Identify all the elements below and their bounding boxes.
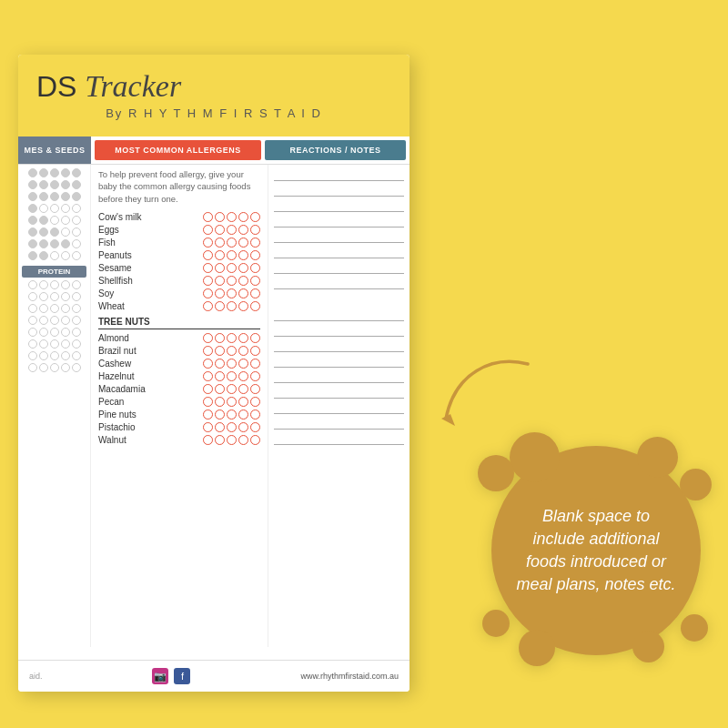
allergen-row: Hazelnut — [98, 371, 260, 381]
allergen-circle — [250, 301, 260, 311]
allergen-circles — [203, 422, 260, 432]
circle — [72, 328, 81, 337]
circle — [28, 228, 37, 237]
allergen-circles — [203, 410, 260, 420]
bump-decoration — [482, 610, 510, 637]
column-headers: MES & SEEDS MOST COMMON ALLERGENS REACTI… — [18, 136, 410, 165]
circle — [39, 339, 48, 349]
left-column: PROTEIN — [18, 165, 91, 647]
allergen-name: Pistachio — [98, 422, 157, 432]
circles-row — [22, 304, 86, 313]
allergen-circle — [215, 288, 225, 298]
circle — [50, 251, 59, 260]
circle — [50, 228, 59, 237]
circle — [61, 339, 70, 349]
allergen-circle — [203, 212, 213, 222]
allergen-circles — [203, 371, 260, 381]
allergen-circle — [203, 288, 213, 298]
allergen-circle — [227, 212, 237, 222]
allergen-circle — [238, 225, 248, 235]
circle — [28, 304, 37, 313]
circle — [28, 316, 37, 325]
allergen-circle — [238, 301, 248, 311]
circles-row — [22, 251, 86, 260]
allergen-circle — [250, 410, 260, 420]
circles-row — [22, 292, 86, 301]
allergen-circle — [215, 410, 225, 420]
allergen-circle — [227, 238, 237, 248]
allergen-name: Brazil nut — [98, 346, 157, 356]
allergen-row: Shellfish — [98, 276, 260, 286]
allergen-circle — [250, 435, 260, 445]
circle — [72, 204, 81, 213]
allergen-row: Almond — [98, 333, 260, 343]
allergen-circle — [238, 371, 248, 381]
circle — [72, 228, 81, 237]
footer-social-icons: 📷 f — [152, 668, 190, 684]
bubble-callout: Blank space to include additional foods … — [491, 446, 701, 655]
allergen-row: Brazil nut — [98, 346, 260, 356]
allergen-circle — [215, 422, 225, 432]
circle — [72, 316, 81, 325]
allergen-name: Wheat — [98, 301, 157, 311]
circle — [28, 328, 37, 337]
circle — [50, 292, 59, 301]
allergen-circle — [238, 212, 248, 222]
circle — [61, 216, 70, 225]
allergen-row: Walnut — [98, 435, 260, 445]
reaction-line — [274, 199, 404, 212]
allergen-circles — [203, 397, 260, 407]
circle — [28, 339, 37, 349]
allergen-circle — [238, 288, 248, 298]
reaction-line — [274, 339, 404, 352]
allergen-circle — [250, 212, 260, 222]
allergen-circle — [227, 371, 237, 381]
circle — [39, 239, 48, 248]
allergen-circle — [250, 288, 260, 298]
allergen-name: Cashew — [98, 359, 157, 369]
circle — [39, 351, 48, 360]
allergen-name: Sesame — [98, 263, 157, 273]
allergen-circle — [215, 276, 225, 286]
circle — [72, 280, 81, 289]
allergen-circles — [203, 250, 260, 260]
allergen-circle — [215, 212, 225, 222]
circle — [61, 363, 70, 372]
allergen-name: Soy — [98, 288, 157, 298]
circle — [39, 280, 48, 289]
reaction-line — [274, 277, 404, 289]
circle — [61, 228, 70, 237]
allergen-circle — [203, 384, 213, 394]
allergen-circle — [203, 250, 213, 260]
allergen-row: Eggs — [98, 225, 260, 235]
allergen-circle — [238, 422, 248, 432]
allergen-circle — [203, 263, 213, 273]
allergen-circle — [203, 301, 213, 311]
allergen-name: Macadamia — [98, 384, 157, 394]
allergen-circles — [203, 225, 260, 235]
allergen-circle — [238, 410, 248, 420]
circle — [28, 239, 37, 248]
circle — [39, 168, 48, 177]
allergen-circle — [203, 397, 213, 407]
allergen-circle — [215, 359, 225, 369]
bump-decoration — [632, 631, 664, 662]
allergen-circle — [215, 225, 225, 235]
circle — [50, 216, 59, 225]
circle — [39, 204, 48, 213]
col-header-reactions: REACTIONS / NOTES — [265, 140, 406, 160]
circles-row — [22, 168, 86, 177]
circle — [39, 363, 48, 372]
allergen-circle — [238, 276, 248, 286]
allergen-row: Soy — [98, 288, 260, 298]
reactions-column — [268, 165, 410, 647]
circle — [39, 216, 48, 225]
circle — [39, 192, 48, 201]
circle — [28, 363, 37, 372]
allergen-name: Almond — [98, 333, 157, 343]
circles-row — [22, 180, 86, 189]
allergen-circle — [215, 301, 225, 311]
reaction-line — [274, 230, 404, 243]
left-section-label: PROTEIN — [22, 266, 86, 278]
allergen-circle — [250, 276, 260, 286]
